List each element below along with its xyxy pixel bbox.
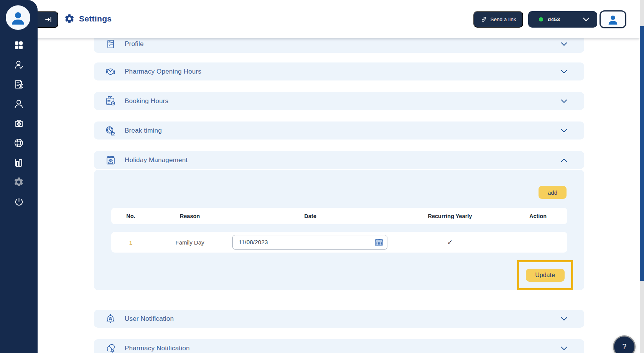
section-holiday-management[interactable]: Holiday Management [94,151,584,169]
section-label: Booking Hours [125,97,168,105]
profile-icon [104,38,117,50]
account-id-label: d453 [548,16,560,22]
online-status-dot [539,17,543,21]
section-break-timing[interactable]: Break timing [94,121,584,140]
section-label: Profile [125,40,144,48]
user-avatar-button[interactable] [600,10,626,28]
vertical-scrollbar-track[interactable] [640,0,644,353]
power-icon[interactable] [13,196,24,207]
settings-gear-sidebar-icon[interactable] [13,177,24,187]
row-reason: Family Day [150,239,229,246]
user-avatar-icon [606,13,619,26]
holiday-date-input[interactable] [232,235,387,250]
pharmacy-notification-icon [104,342,117,353]
chevron-down-icon[interactable] [561,346,567,350]
chevron-up-icon[interactable] [561,158,567,162]
account-dropdown[interactable]: d453 [528,11,597,28]
section-label: Pharmacy Notification [125,345,190,352]
calendar-picker-icon[interactable] [374,238,384,247]
holiday-management-panel: add No. Reason Date Recurring Yearly Act… [94,170,584,290]
sidebar [0,0,38,353]
dashboard-grid-icon[interactable] [13,40,24,51]
camera-icon[interactable] [13,118,24,129]
section-label: Pharmacy Opening Hours [125,68,201,76]
opening-hours-clock-icon [104,66,117,78]
column-header-recurring-yearly: Recurring Yearly [391,213,509,219]
holiday-table-row: 1 Family Day ✓ [111,232,567,253]
chevron-down-icon[interactable] [561,128,567,133]
chevron-down-icon [583,17,590,21]
holiday-calendar-icon [104,154,117,166]
settings-gear-icon [64,13,75,24]
user-icon[interactable] [13,99,24,109]
report-pending-icon[interactable] [13,79,24,90]
section-label: Holiday Management [125,156,188,164]
chevron-down-icon[interactable] [561,42,567,46]
row-date-cell [229,235,391,250]
column-header-action: Action [509,213,567,219]
help-button[interactable]: ? [614,337,634,353]
add-holiday-button[interactable]: add [539,186,567,199]
section-pharmacy-opening-hours[interactable]: Pharmacy Opening Hours [94,62,584,80]
chevron-down-icon[interactable] [561,317,567,321]
send-a-link-label: Send a link [491,16,516,22]
holiday-table-header: No. Reason Date Recurring Yearly Action [111,208,567,224]
section-label: User Notification [125,315,174,323]
update-button[interactable]: Update [526,269,565,282]
settings-page: Settings Send a link d453 [0,0,644,353]
booking-calendar-icon [104,95,117,107]
chevron-down-icon[interactable] [561,69,567,74]
chevron-down-icon[interactable] [561,99,567,103]
page-title: Settings [79,14,112,23]
arrow-to-bar-icon [45,16,53,23]
column-header-no: No. [111,213,150,219]
send-a-link-button[interactable]: Send a link [473,11,523,28]
vertical-scrollbar-thumb[interactable] [640,26,644,281]
user-notification-bell-icon [104,313,117,325]
globe-icon[interactable] [13,138,24,148]
column-header-reason: Reason [150,213,229,219]
sidebar-avatar[interactable] [6,5,30,30]
help-question-label: ? [622,342,626,351]
section-pharmacy-notification[interactable]: Pharmacy Notification [94,339,584,353]
bar-chart-icon[interactable] [13,157,24,168]
user-check-icon[interactable] [13,59,24,70]
update-button-highlight-box: Update [517,260,573,290]
section-label: Break timing [125,127,162,135]
link-icon [481,16,487,23]
section-user-notification[interactable]: User Notification [94,310,584,328]
section-booking-hours[interactable]: Booking Hours [94,92,584,110]
column-header-date: Date [229,213,391,219]
row-number: 1 [111,239,150,246]
break-clock-cup-icon [104,125,117,137]
recurring-yearly-checkmark: ✓ [391,238,509,246]
